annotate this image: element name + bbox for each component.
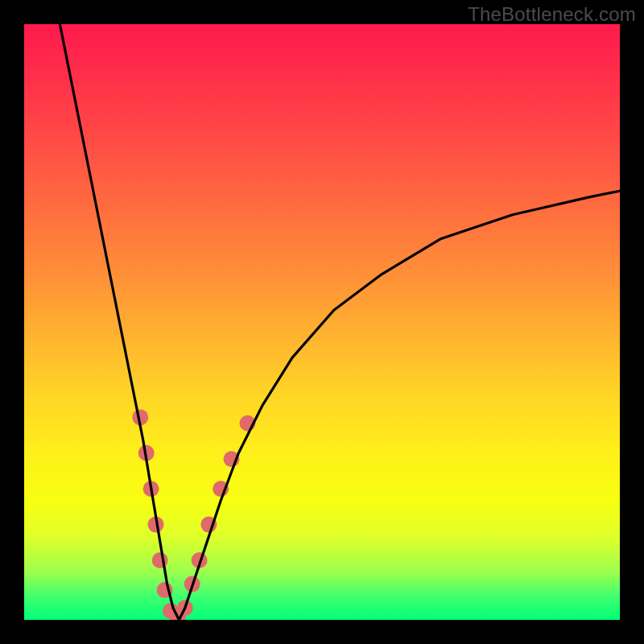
marker-layer [132, 409, 255, 620]
watermark-text: TheBottleneck.com [468, 3, 636, 26]
plot-area [24, 24, 620, 620]
curve-svg [24, 24, 620, 620]
bottleneck-curve [60, 24, 620, 620]
chart-frame: TheBottleneck.com [0, 0, 644, 644]
data-marker [152, 552, 168, 568]
